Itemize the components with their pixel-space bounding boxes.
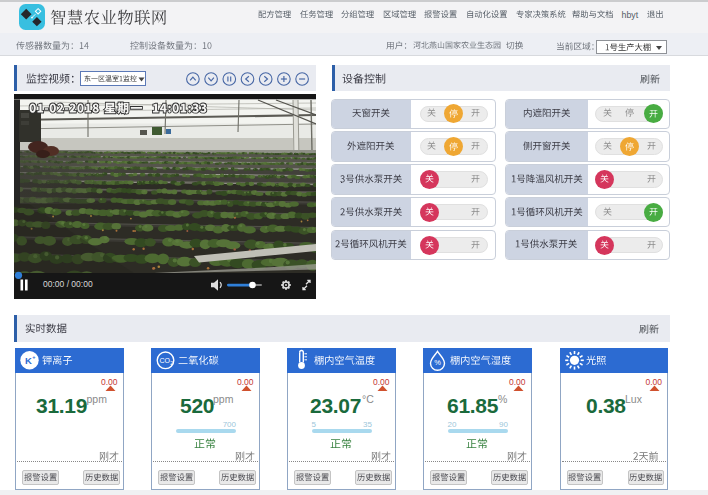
svg-text:CO: CO	[159, 357, 170, 364]
svg-text:K: K	[25, 355, 32, 366]
svg-text:+: +	[32, 354, 35, 360]
svg-text:%: %	[434, 358, 441, 367]
svg-text:2: 2	[170, 361, 173, 366]
